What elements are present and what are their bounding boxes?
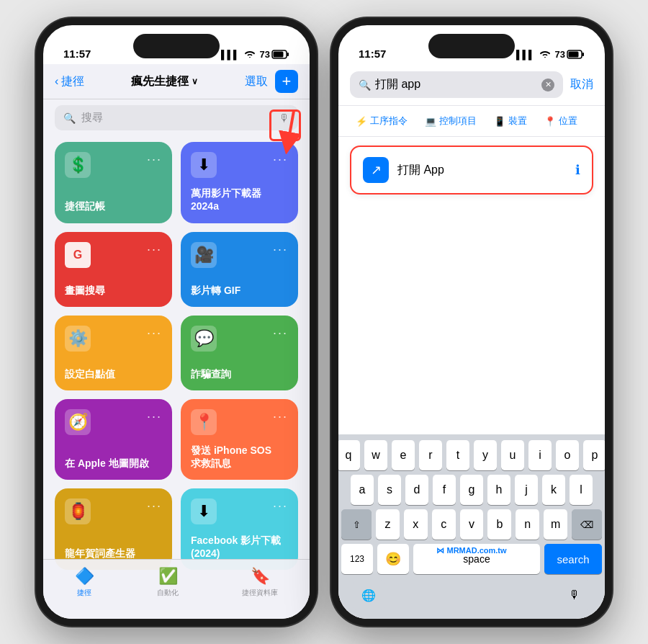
result-info-button[interactable]: ℹ (575, 162, 580, 178)
search-bar[interactable]: 🔍 搜尋 🎙 (55, 105, 298, 130)
key-i[interactable]: i (528, 440, 552, 470)
shortcut-card-7[interactable]: 🧭 ··· 在 Apple 地圖開啟 (55, 399, 172, 480)
keyboard-row-1: q w e r t y u i o p (341, 440, 602, 470)
add-shortcut-button[interactable]: + (275, 70, 298, 93)
shortcut-label-7: 在 Apple 地圖開啟 (65, 457, 162, 470)
shortcut-card-8[interactable]: 📍 ··· 發送 iPhone SOS求救訊息 (181, 399, 298, 480)
shortcut-menu-4[interactable]: ··· (273, 242, 288, 257)
key-p[interactable]: p (583, 440, 605, 470)
number-key[interactable]: 123 (341, 544, 373, 574)
result-card[interactable]: ↗ 打開 App ℹ (350, 146, 593, 194)
shortcut-icon-7: 🧭 (65, 409, 91, 435)
shortcut-card-2[interactable]: ⬇ ··· 萬用影片下載器2024a (181, 142, 298, 223)
shortcut-card-6[interactable]: 💬 ··· 詐騙查詢 (181, 316, 298, 390)
tab-shortcuts[interactable]: 🔷 捷徑 (75, 567, 94, 598)
signal-icon: ▌▌▌ (221, 50, 240, 60)
filter-tab-device[interactable]: 📱 裝置 (488, 112, 533, 130)
left-phone: 11:57 ▌▌▌ 73 ‹ 捷徑 瘋先生捷徑 ∨ 選取 + (36, 18, 317, 626)
gallery-icon: 🔖 (251, 567, 270, 586)
location-icon: 📍 (544, 116, 556, 127)
right-phone-content: 🔍 打開 app ✕ 取消 ⚡ 工序指令 💻 控制項目 📱 裝置 📍 位置 (338, 64, 605, 619)
shortcut-menu-3[interactable]: ··· (147, 242, 162, 257)
shortcut-menu-5[interactable]: ··· (147, 326, 162, 341)
shortcuts-grid: 💲 ··· 捷徑記帳 ⬇ ··· 萬用影片下載器2024a G ··· 畫圖搜尋 (43, 136, 310, 576)
search-button[interactable]: search (544, 544, 602, 574)
result-name: 打開 App (397, 163, 444, 178)
select-button[interactable]: 選取 (245, 74, 268, 89)
shortcut-menu-8[interactable]: ··· (273, 409, 288, 424)
key-u[interactable]: u (501, 440, 524, 470)
key-f[interactable]: f (433, 475, 456, 505)
shift-key[interactable]: ⇧ (341, 509, 372, 540)
keyboard: q w e r t y u i o p a s d f g h j k (338, 434, 605, 619)
chevron-left-icon: ‹ (55, 75, 58, 88)
nav-back[interactable]: ‹ 捷徑 (55, 74, 84, 89)
key-c[interactable]: c (432, 509, 456, 540)
shortcut-card-3[interactable]: G ··· 畫圖搜尋 (55, 232, 172, 307)
key-j[interactable]: j (515, 475, 538, 505)
key-v[interactable]: v (460, 509, 484, 540)
globe-key[interactable]: 🌐 (353, 580, 384, 610)
shortcut-icon-9: 🏮 (65, 498, 91, 524)
filter-tab-control[interactable]: 💻 控制項目 (419, 112, 482, 130)
mic-key[interactable]: 🎙 (559, 580, 590, 610)
right-phone: 11:57 ▌▌▌ 73 🔍 打開 app ✕ 取消 ⚡ (331, 18, 612, 626)
svg-rect-7 (569, 52, 579, 58)
key-y[interactable]: y (474, 440, 497, 470)
key-q[interactable]: q (338, 440, 360, 470)
key-b[interactable]: b (487, 509, 511, 540)
search-placeholder: 搜尋 (81, 111, 103, 125)
search-input[interactable]: 打開 app (375, 77, 537, 92)
key-n[interactable]: n (516, 509, 539, 540)
shortcut-menu-1[interactable]: ··· (147, 152, 162, 167)
shortcut-menu-9[interactable]: ··· (147, 498, 162, 514)
control-icon: 💻 (425, 116, 436, 127)
key-k[interactable]: k (542, 475, 565, 505)
filter-tab-location[interactable]: 📍 位置 (539, 112, 583, 130)
shortcut-card-5[interactable]: ⚙️ ··· 設定白點值 (55, 316, 172, 390)
key-e[interactable]: e (392, 440, 415, 470)
status-icons-right: ▌▌▌ 73 (516, 49, 585, 60)
shortcut-menu-2[interactable]: ··· (273, 152, 288, 167)
key-d[interactable]: d (405, 475, 428, 505)
cancel-button[interactable]: 取消 (570, 77, 593, 92)
key-g[interactable]: g (460, 475, 483, 505)
device-icon: 📱 (494, 116, 505, 127)
search-icon: 🔍 (63, 112, 76, 124)
key-m[interactable]: m (544, 509, 567, 540)
shortcut-label-10: Facebook 影片下載(2024) (191, 534, 288, 560)
key-o[interactable]: o (556, 440, 579, 470)
shortcut-label-6: 詐騙查詢 (191, 367, 288, 380)
key-w[interactable]: w (364, 440, 387, 470)
tab-gallery[interactable]: 🔖 捷徑資料庫 (242, 567, 278, 598)
search-field[interactable]: 🔍 打開 app ✕ (350, 71, 563, 98)
shortcut-card-4[interactable]: 🎥 ··· 影片轉 GIF (181, 232, 298, 307)
emoji-key[interactable]: 😊 (377, 544, 409, 574)
status-time-left: 11:57 (63, 48, 91, 60)
key-r[interactable]: r (419, 440, 442, 470)
delete-key[interactable]: ⌫ (572, 509, 602, 540)
shortcut-card-1[interactable]: 💲 ··· 捷徑記帳 (55, 142, 172, 223)
key-l[interactable]: l (570, 475, 593, 505)
key-s[interactable]: s (378, 475, 401, 505)
key-t[interactable]: t (446, 440, 469, 470)
search-clear-button[interactable]: ✕ (541, 79, 554, 91)
nav-actions: 選取 + (245, 70, 298, 93)
shortcut-label-1: 捷徑記帳 (65, 200, 162, 213)
shortcut-menu-10[interactable]: ··· (273, 498, 288, 514)
workflow-icon: ⚡ (356, 116, 367, 127)
search-bar-area: 🔍 搜尋 🎙 (43, 99, 310, 136)
wifi-icon-right (539, 49, 551, 60)
key-x[interactable]: x (404, 509, 428, 540)
key-a[interactable]: a (351, 475, 374, 505)
filter-tabs: ⚡ 工序指令 💻 控制項目 📱 裝置 📍 位置 (338, 106, 605, 137)
shortcut-menu-6[interactable]: ··· (273, 326, 288, 341)
shortcut-card-9[interactable]: 🏮 ··· 龍年賀詞產生器 (55, 488, 172, 570)
shortcut-card-10[interactable]: ⬇ ··· Facebook 影片下載(2024) (181, 488, 298, 570)
key-h[interactable]: h (487, 475, 510, 505)
shortcut-menu-7[interactable]: ··· (147, 409, 162, 424)
key-z[interactable]: z (376, 509, 400, 540)
shortcut-icon-3: G (65, 242, 91, 268)
filter-tab-workflow[interactable]: ⚡ 工序指令 (350, 112, 413, 130)
tab-automation[interactable]: ✅ 自動化 (157, 567, 179, 598)
